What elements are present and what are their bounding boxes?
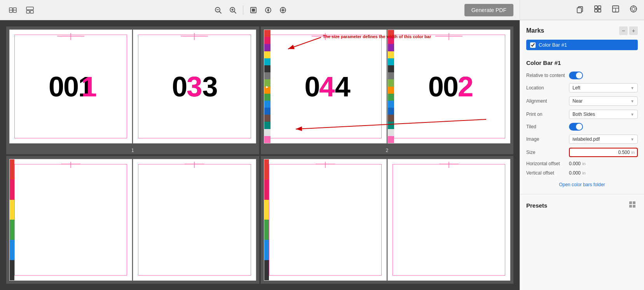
color-bar-br1 <box>264 159 269 280</box>
marks-title: Marks <box>526 27 544 34</box>
size-input[interactable]: 0.500 in <box>569 148 638 157</box>
reg-mark-bl2 <box>185 162 204 169</box>
toolbar: Generate PDF <box>0 0 520 20</box>
marks-section: Marks − + Color Bar #1 <box>520 20 644 59</box>
vertical-offset-unit: in <box>582 171 586 175</box>
zoom-in-btn[interactable] <box>227 5 239 16</box>
page-card-bottom-right-2[interactable] <box>387 159 510 281</box>
size-unit: in <box>631 150 635 155</box>
reg-mark-bl1 <box>61 162 80 169</box>
svg-rect-43 <box>595 6 597 9</box>
page-card-bottom-left-2[interactable] <box>133 159 256 281</box>
page-section-1: 00 1 1 0 <box>6 26 259 154</box>
print-on-value: Both Sides <box>572 112 595 117</box>
print-on-select[interactable]: Both Sides ▼ <box>569 110 638 119</box>
alignment-select[interactable]: Near ▼ <box>569 96 638 106</box>
location-row: Location Left ▼ <box>526 83 638 93</box>
vertical-offset-row: Vertical offset 0.000 in <box>526 170 638 176</box>
image-chevron: ▼ <box>630 137 634 142</box>
page-label-1: 1 <box>6 147 259 154</box>
panel-target-icon-btn[interactable] <box>628 3 639 17</box>
size-row: Size 0.500 in <box>526 148 638 157</box>
relative-to-content-toggle[interactable] <box>569 72 583 79</box>
marks-plus-btn[interactable]: + <box>629 26 638 35</box>
print-on-control: Both Sides ▼ <box>569 110 638 119</box>
page-card-001[interactable]: 00 1 1 <box>9 30 132 143</box>
fit-page-btn[interactable] <box>247 5 260 16</box>
image-row: Image iwlabeled.pdf ▼ <box>526 135 638 144</box>
page-spread-1: 00 1 1 0 <box>6 26 259 147</box>
layout-btn-1[interactable] <box>6 4 19 16</box>
tiled-label: Tiled <box>526 124 569 129</box>
generate-pdf-btn[interactable]: Generate PDF <box>464 4 513 16</box>
horizontal-offset-value: 0.000 <box>569 161 581 166</box>
svg-point-18 <box>267 9 269 11</box>
vertical-offset-value: 0.000 <box>569 170 581 176</box>
toolbar-left <box>6 4 37 16</box>
svg-point-51 <box>632 7 635 10</box>
page-card-033[interactable]: 0 3 3 3 <box>133 30 256 143</box>
layout-btn-2[interactable] <box>23 4 37 16</box>
page-spread-4 <box>261 156 514 284</box>
toolbar-center <box>40 5 461 16</box>
page-border-bl1 <box>14 164 127 276</box>
actual-size-btn[interactable] <box>277 5 289 16</box>
svg-rect-4 <box>26 7 33 10</box>
open-color-bars-folder-btn[interactable]: Open color bars folder <box>526 182 638 187</box>
page-border-br2 <box>393 164 505 276</box>
presets-title: Presets <box>526 202 547 209</box>
reg-mark-002 <box>435 33 462 42</box>
page-section-4 <box>261 156 514 284</box>
panel-grid-icon-btn[interactable] <box>592 3 604 17</box>
relative-to-content-label: Relative to content <box>526 73 569 78</box>
location-chevron: ▼ <box>630 86 634 90</box>
tiled-toggle[interactable] <box>569 123 583 131</box>
marks-minus-btn[interactable]: − <box>619 26 628 35</box>
svg-rect-58 <box>629 205 632 208</box>
right-panel: Marks − + Color Bar #1 Color Bar #1 Rela… <box>520 0 644 290</box>
page-number-001: 00 1 1 <box>49 71 93 103</box>
svg-rect-42 <box>577 8 581 13</box>
page-card-044[interactable]: ► 0 4 4 4 <box>264 30 387 143</box>
horizontal-offset-label: Horizontal offset <box>526 161 569 166</box>
marks-header-btns: − + <box>619 26 638 35</box>
zoom-out-btn[interactable] <box>212 5 224 16</box>
svg-line-13 <box>234 12 236 13</box>
page-section-2: The size parameter defines the width of … <box>261 26 514 154</box>
page-label-2: 2 <box>261 147 514 154</box>
svg-point-50 <box>630 6 637 12</box>
color-bar-settings-title: Color Bar #1 <box>526 59 638 66</box>
image-control: iwlabeled.pdf ▼ <box>569 135 638 144</box>
presets-grid-btn[interactable] <box>627 199 638 212</box>
marks-item-colorbar1[interactable]: Color Bar #1 <box>526 40 638 50</box>
panel-layout-icon-btn[interactable] <box>610 3 621 17</box>
color-bar-044: ► <box>264 30 271 143</box>
svg-rect-44 <box>598 6 601 9</box>
marks-item-label: Color Bar #1 <box>539 42 567 48</box>
open-folder-container: Open color bars folder <box>526 180 638 188</box>
fit-width-btn[interactable] <box>262 5 274 16</box>
print-on-label: Print on <box>526 112 569 117</box>
page-card-bottom-right-1[interactable] <box>264 159 387 281</box>
reg-mark-br1 <box>316 162 335 169</box>
relative-to-content-control <box>569 72 638 79</box>
panel-top-icons <box>520 0 644 20</box>
size-control: 0.500 in <box>569 148 638 157</box>
panel-copy-icon-btn[interactable] <box>574 3 586 17</box>
page-number-033: 0 3 3 3 <box>172 71 217 103</box>
marks-item-checkbox[interactable] <box>530 42 536 48</box>
size-label: Size <box>526 150 569 155</box>
main-area: Generate PDF 00 <box>0 0 520 290</box>
overlay-digit-002: 2 <box>458 71 473 103</box>
color-bar-settings: Color Bar #1 Relative to content Locatio… <box>520 59 644 194</box>
page-card-bottom-left-1[interactable] <box>9 159 132 281</box>
image-select[interactable]: iwlabeled.pdf ▼ <box>569 135 638 144</box>
overlay-digit-044: 4 <box>319 71 335 103</box>
page-card-002[interactable]: 00 2 2 <box>387 30 510 143</box>
print-on-chevron: ▼ <box>630 112 634 117</box>
page-number-002: 00 2 2 <box>428 71 473 103</box>
location-select[interactable]: Left ▼ <box>569 83 638 93</box>
page-border-bl2 <box>138 164 251 276</box>
vertical-offset-control: 0.000 in <box>569 170 638 176</box>
toolbar-right: Generate PDF <box>464 4 513 16</box>
